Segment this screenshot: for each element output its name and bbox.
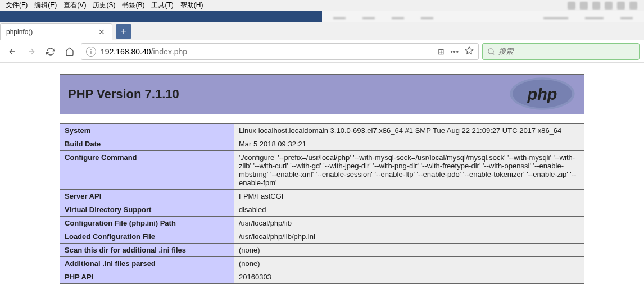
browser-tab[interactable]: phpinfo() ✕: [0, 23, 112, 40]
table-key: Server API: [60, 190, 234, 203]
home-icon: [65, 47, 74, 56]
arrow-right-icon: [27, 47, 36, 56]
table-row: Configure Command'./configure' '--prefix…: [60, 151, 584, 190]
new-tab-button[interactable]: +: [116, 24, 131, 39]
close-icon[interactable]: ✕: [97, 27, 106, 36]
search-input[interactable]: [498, 47, 634, 56]
reload-button[interactable]: [43, 44, 58, 59]
menu-bar: 文件(F) 编辑(E) 查看(V) 历史(S) 书签(B) 工具(T) 帮助(H…: [0, 0, 644, 11]
table-value: 20160303: [234, 270, 584, 284]
phpinfo-container: PHP Version 7.1.10 php SystemLinux local…: [60, 74, 584, 284]
menu-file[interactable]: 文件(F): [2, 0, 31, 11]
svg-marker-0: [465, 47, 473, 54]
phpinfo-table: SystemLinux localhost.localdomain 3.10.0…: [60, 123, 584, 284]
table-key: PHP API: [60, 270, 234, 284]
table-key: Additional .ini files parsed: [60, 257, 234, 270]
table-row: Scan this dir for additional .ini files(…: [60, 244, 584, 257]
search-icon: [487, 48, 495, 56]
tab-title: phpinfo(): [6, 28, 97, 36]
reload-icon: [46, 47, 55, 56]
page-actions-icon[interactable]: •••: [450, 48, 459, 56]
php-logo: php: [509, 77, 576, 112]
menu-tools[interactable]: 工具(T): [148, 0, 176, 11]
back-button[interactable]: [4, 44, 20, 59]
home-button[interactable]: [62, 44, 78, 59]
table-key: Loaded Configuration File: [60, 230, 234, 244]
table-key: System: [60, 124, 234, 137]
blurred-icon: [568, 2, 575, 10]
blurred-icon: [605, 2, 613, 10]
table-value: /usr/local/php/lib: [234, 217, 584, 230]
menu-bookmarks[interactable]: 书签(B): [119, 0, 148, 11]
menu-history[interactable]: 历史(S): [89, 0, 119, 11]
table-key: Configure Command: [60, 151, 234, 190]
table-row: Virtual Directory Supportdisabled: [60, 203, 584, 217]
info-icon[interactable]: i: [86, 47, 96, 57]
forward-button[interactable]: [24, 44, 39, 59]
table-value: Linux localhost.localdomain 3.10.0-693.e…: [234, 124, 584, 137]
table-key: Build Date: [60, 137, 234, 151]
page-content: PHP Version 7.1.10 php SystemLinux local…: [0, 63, 644, 284]
url-bar[interactable]: i 192.168.80.40/index.php ⊞ •••: [81, 43, 479, 60]
svg-text:php: php: [527, 85, 557, 103]
table-value: disabled: [234, 203, 584, 217]
blurred-icon: [580, 2, 588, 10]
qr-icon[interactable]: ⊞: [438, 47, 445, 56]
table-row: Loaded Configuration File/usr/local/php/…: [60, 230, 584, 244]
phpinfo-header: PHP Version 7.1.10 php: [60, 74, 584, 114]
table-key: Scan this dir for additional .ini files: [60, 244, 234, 257]
php-version-title: PHP Version 7.1.10: [68, 87, 179, 102]
background-window-bar: ▬▬ ▬▬ ▬▬ ▬▬ ▬▬▬▬ ▬▬▬ ▬▬: [0, 11, 644, 22]
blurred-icon: [592, 2, 600, 10]
table-value: (none): [234, 257, 584, 270]
table-row: PHP API20160303: [60, 270, 584, 284]
table-value: './configure' '--prefix=/usr/local/php' …: [234, 151, 584, 190]
menu-view[interactable]: 查看(V): [60, 0, 89, 11]
arrow-left-icon: [8, 47, 17, 56]
table-key: Virtual Directory Support: [60, 203, 234, 217]
table-key: Configuration File (php.ini) Path: [60, 217, 234, 230]
menu-help[interactable]: 帮助(H): [177, 0, 207, 11]
search-bar[interactable]: [482, 43, 640, 60]
table-value: Mar 5 2018 09:32:21: [234, 137, 584, 151]
menu-edit[interactable]: 编辑(E): [31, 0, 60, 11]
svg-line-2: [493, 53, 495, 54]
toolbar: i 192.168.80.40/index.php ⊞ •••: [0, 40, 644, 63]
blurred-icon: [629, 2, 637, 10]
table-value: FPM/FastCGI: [234, 190, 584, 203]
table-row: Build DateMar 5 2018 09:32:21: [60, 137, 584, 151]
table-value: /usr/local/php/lib/php.ini: [234, 230, 584, 244]
svg-point-1: [488, 48, 493, 53]
table-row: Server APIFPM/FastCGI: [60, 190, 584, 203]
url-text: 192.168.80.40/index.php: [101, 47, 438, 56]
table-value: (none): [234, 244, 584, 257]
bookmark-star-icon[interactable]: [465, 46, 474, 57]
table-row: Additional .ini files parsed(none): [60, 257, 584, 270]
blurred-icon: [617, 2, 625, 10]
tab-bar: phpinfo() ✕ +: [0, 22, 644, 40]
table-row: SystemLinux localhost.localdomain 3.10.0…: [60, 124, 584, 137]
table-row: Configuration File (php.ini) Path/usr/lo…: [60, 217, 584, 230]
menu-right-icons: [568, 2, 642, 10]
